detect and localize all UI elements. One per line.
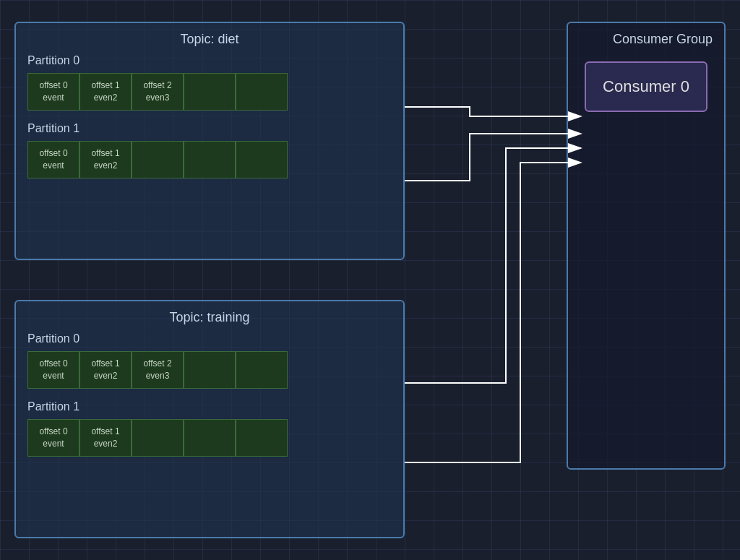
training-partition1-row: offset 0 event offset 1 even2 [27, 419, 392, 457]
training-p0-cell2: offset 2 even3 [132, 351, 184, 389]
diet-partition0-row: offset 0 event offset 1 even2 offset 2 e… [27, 73, 392, 111]
training-p1-cell4 [236, 419, 288, 457]
training-p0-cell4 [236, 351, 288, 389]
training-p1-cell0: offset 0 event [27, 419, 79, 457]
training-p0-cell0: offset 0 event [27, 351, 79, 389]
topic-training-title: Topic: training [27, 310, 392, 325]
training-p0-cell3 [184, 351, 236, 389]
arrow-training-p1-consumer0 [405, 163, 581, 462]
training-p0-cell1: offset 1 even2 [79, 351, 132, 389]
training-p1-cell3 [184, 419, 236, 457]
arrow-diet-p1-consumer0 [405, 134, 581, 181]
training-partition0-row: offset 0 event offset 1 even2 offset 2 e… [27, 351, 392, 389]
training-partition1-label: Partition 1 [27, 400, 392, 413]
arrow-training-p0-consumer0 [405, 148, 581, 383]
consumer-0-node: Consumer 0 [585, 61, 707, 112]
training-p1-cell1: offset 1 even2 [79, 419, 132, 457]
arrow-diet-p0-consumer0 [405, 107, 581, 116]
diet-p0-cell3 [184, 73, 236, 111]
diagram-container: Topic: diet Partition 0 offset 0 event o… [0, 0, 740, 560]
training-partition0-label: Partition 0 [27, 332, 392, 345]
topic-training-box: Topic: training Partition 0 offset 0 eve… [14, 300, 405, 538]
diet-p0-cell0: offset 0 event [27, 73, 79, 111]
training-p1-cell2 [132, 419, 184, 457]
diet-p0-cell2: offset 2 even3 [132, 73, 184, 111]
diet-p1-cell0: offset 0 event [27, 141, 79, 178]
diet-p0-cell1: offset 1 even2 [79, 73, 132, 111]
diet-partition1-row: offset 0 event offset 1 even2 [27, 141, 392, 178]
diet-p0-cell4 [236, 73, 288, 111]
topic-diet-box: Topic: diet Partition 0 offset 0 event o… [14, 22, 405, 260]
consumer-group-title: Consumer Group [580, 32, 713, 47]
diet-partition0-label: Partition 0 [27, 54, 392, 67]
diet-p1-cell4 [236, 141, 288, 178]
consumer-group-box: Consumer Group Consumer 0 [567, 22, 726, 470]
diet-p1-cell3 [184, 141, 236, 178]
topic-diet-title: Topic: diet [27, 32, 392, 47]
diet-p1-cell2 [132, 141, 184, 178]
diet-partition1-label: Partition 1 [27, 122, 392, 135]
diet-p1-cell1: offset 1 even2 [79, 141, 132, 178]
